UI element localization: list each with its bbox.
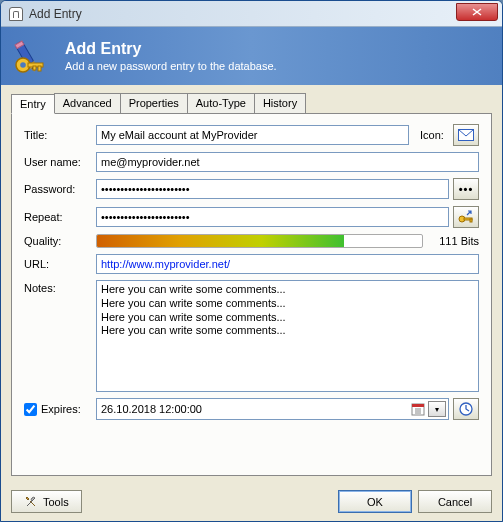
password-input[interactable] — [96, 179, 449, 199]
quality-bits: 111 Bits — [423, 235, 479, 247]
chevron-down-icon: ▾ — [435, 405, 439, 414]
username-label: User name: — [24, 156, 96, 168]
icon-picker-button[interactable] — [453, 124, 479, 146]
cancel-label: Cancel — [438, 496, 472, 508]
svg-point-5 — [20, 62, 26, 68]
svg-rect-12 — [470, 219, 472, 222]
quality-meter-fill — [97, 235, 344, 247]
dots-icon: ••• — [459, 183, 474, 195]
url-input[interactable] — [96, 254, 479, 274]
envelope-icon — [458, 129, 474, 141]
svg-rect-7 — [38, 66, 41, 71]
add-entry-window: Add Entry — [0, 0, 503, 522]
window-title: Add Entry — [29, 7, 82, 21]
close-button[interactable] — [456, 3, 498, 21]
quality-label: Quality: — [24, 235, 96, 247]
header-subtitle: Add a new password entry to the database… — [65, 60, 277, 72]
title-label: Title: — [24, 129, 96, 141]
entry-panel: Title: Icon: User name: Password: ••• Re… — [11, 113, 492, 476]
ok-label: OK — [367, 496, 383, 508]
ok-button[interactable]: OK — [338, 490, 412, 513]
tab-history[interactable]: History — [254, 93, 306, 113]
repeat-input[interactable] — [96, 207, 449, 227]
lock-icon — [9, 7, 23, 21]
notes-label: Notes: — [24, 280, 96, 294]
tab-entry[interactable]: Entry — [11, 94, 55, 114]
icon-label: Icon: — [415, 129, 449, 141]
expires-value: 26.10.2018 12:00:00 — [101, 403, 411, 415]
tab-properties[interactable]: Properties — [120, 93, 188, 113]
tab-advanced[interactable]: Advanced — [54, 93, 121, 113]
close-icon — [472, 8, 482, 16]
titlebar: Add Entry — [1, 1, 502, 27]
svg-rect-14 — [412, 404, 424, 407]
header-banner: Add Entry Add a new password entry to th… — [1, 27, 502, 85]
generate-password-button[interactable] — [453, 206, 479, 228]
calendar-icon — [411, 402, 425, 416]
username-input[interactable] — [96, 152, 479, 172]
show-password-button[interactable]: ••• — [453, 178, 479, 200]
key-gen-icon — [458, 210, 474, 224]
title-input[interactable] — [96, 125, 409, 145]
tools-button[interactable]: Tools — [11, 490, 82, 513]
key-pencil-icon — [13, 35, 55, 77]
expires-checkbox[interactable] — [24, 403, 37, 416]
repeat-label: Repeat: — [24, 211, 96, 223]
tab-autotype[interactable]: Auto-Type — [187, 93, 255, 113]
expires-label: Expires: — [41, 403, 81, 415]
cancel-button[interactable]: Cancel — [418, 490, 492, 513]
tab-strip: Entry Advanced Properties Auto-Type Hist… — [11, 93, 492, 113]
expires-preset-button[interactable] — [453, 398, 479, 420]
svg-rect-8 — [33, 66, 36, 70]
tools-label: Tools — [43, 496, 69, 508]
bottom-bar: Tools OK Cancel — [11, 490, 492, 513]
header-title: Add Entry — [65, 40, 277, 58]
url-label: URL: — [24, 258, 96, 270]
password-label: Password: — [24, 183, 96, 195]
tools-icon — [24, 495, 38, 509]
expires-datetime-input[interactable]: 26.10.2018 12:00:00 ▾ — [96, 398, 449, 420]
quality-meter — [96, 234, 423, 248]
notes-input[interactable] — [96, 280, 479, 392]
clock-icon — [459, 402, 473, 416]
date-dropdown-button[interactable]: ▾ — [428, 401, 446, 417]
